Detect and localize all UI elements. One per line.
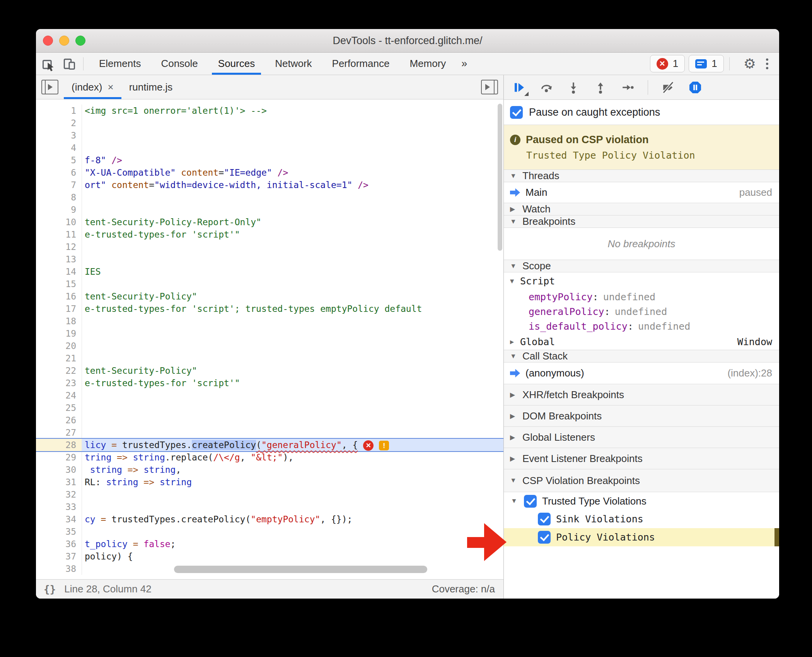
- more-options-icon[interactable]: [762, 57, 772, 71]
- line-number[interactable]: 12: [36, 241, 82, 253]
- line-number[interactable]: 37: [36, 550, 82, 563]
- step-out-button[interactable]: [593, 80, 608, 95]
- scope-script-row[interactable]: ▼ Script: [504, 272, 779, 289]
- line-number[interactable]: 31: [36, 476, 82, 488]
- deactivate-breakpoints-button[interactable]: [660, 80, 676, 95]
- section-event-listener-breakpoints[interactable]: ▶Event Listener Breakpoints: [504, 448, 779, 469]
- section-xhr-fetch-breakpoints[interactable]: ▶XHR/fetch Breakpoints: [504, 384, 779, 405]
- section-breakpoints[interactable]: ▼ Breakpoints: [504, 216, 779, 228]
- variable-colon: :: [593, 291, 599, 303]
- panel-tab-memory[interactable]: Memory: [399, 53, 456, 75]
- code-line: 14IES: [36, 265, 503, 278]
- line-number[interactable]: 24: [36, 389, 82, 402]
- policy-violations-row[interactable]: Policy Violations: [504, 528, 779, 546]
- line-number[interactable]: 3: [36, 129, 82, 142]
- code-line-text: cy = trustedTypes.createPolicy("emptyPol…: [82, 513, 503, 525]
- checkbox[interactable]: [538, 513, 551, 525]
- line-number[interactable]: 35: [36, 525, 82, 538]
- scope-variable-row[interactable]: is_default_policy:undefined: [504, 319, 779, 334]
- code-line-text: [82, 315, 503, 327]
- pretty-print-button[interactable]: {}: [44, 583, 56, 595]
- editor-status-bar: {} Line 28, Column 42 Coverage: n/a: [36, 579, 503, 599]
- close-tab-icon[interactable]: ×: [107, 81, 113, 93]
- sink-violations-row[interactable]: Sink Violations: [504, 510, 779, 528]
- line-number[interactable]: 7: [36, 179, 82, 191]
- settings-gear-icon[interactable]: ⚙: [744, 57, 756, 71]
- code-line: 11e-trusted-types-for 'script'": [36, 228, 503, 241]
- line-number[interactable]: 9: [36, 204, 82, 216]
- panel-tab-network[interactable]: Network: [265, 53, 322, 75]
- panel-tab-sources[interactable]: Sources: [208, 53, 265, 75]
- thread-row-main[interactable]: Main paused: [504, 182, 779, 203]
- section-dom-breakpoints[interactable]: ▶DOM Breakpoints: [504, 405, 779, 427]
- panel-tab-console[interactable]: Console: [151, 53, 208, 75]
- trusted-type-violations-checkbox[interactable]: [524, 495, 537, 508]
- line-number[interactable]: 2: [36, 117, 82, 129]
- scope-variable-row[interactable]: emptyPolicy:undefined: [504, 289, 779, 304]
- line-number[interactable]: 33: [36, 501, 82, 513]
- line-number[interactable]: 15: [36, 278, 82, 290]
- device-toolbar-icon[interactable]: [61, 55, 78, 72]
- trusted-type-violations-row[interactable]: ▼ Trusted Type Violations: [504, 492, 779, 510]
- inline-issue-icon[interactable]: !: [379, 441, 389, 450]
- line-number[interactable]: 27: [36, 426, 82, 439]
- line-number[interactable]: 34: [36, 513, 82, 525]
- line-number[interactable]: 19: [36, 327, 82, 340]
- editor-vertical-scrollbar[interactable]: [498, 104, 502, 251]
- panel-tab-elements[interactable]: Elements: [89, 53, 151, 75]
- line-number[interactable]: 6: [36, 166, 82, 179]
- file-tab-index[interactable]: (index)×: [64, 75, 121, 99]
- line-number[interactable]: 4: [36, 142, 82, 154]
- more-panels-chevron[interactable]: »: [456, 58, 473, 70]
- call-stack-frame[interactable]: (anonymous) (index):28: [504, 363, 779, 384]
- line-number[interactable]: 16: [36, 290, 82, 303]
- panel-tab-performance[interactable]: Performance: [322, 53, 400, 75]
- scope-variable-row[interactable]: generalPolicy:undefined: [504, 304, 779, 319]
- line-number[interactable]: 38: [36, 563, 82, 575]
- line-number[interactable]: 32: [36, 488, 82, 501]
- line-number[interactable]: 10: [36, 216, 82, 228]
- show-debugger-sidebar-icon[interactable]: [481, 80, 498, 94]
- line-number[interactable]: 13: [36, 253, 82, 265]
- issues-count-badge[interactable]: 1: [689, 55, 723, 72]
- line-number[interactable]: 8: [36, 191, 82, 204]
- pause-on-caught-row: Pause on caught exceptions: [504, 100, 779, 125]
- inline-error-icon[interactable]: ✕: [363, 440, 374, 451]
- line-number[interactable]: 20: [36, 340, 82, 352]
- scope-global-row[interactable]: ▶ Global Window: [504, 334, 779, 350]
- section-csp-violation-breakpoints[interactable]: ▼ CSP Violation Breakpoints: [504, 469, 779, 492]
- line-number[interactable]: 28: [36, 439, 82, 451]
- resume-script-button[interactable]: [512, 80, 527, 95]
- line-number[interactable]: 17: [36, 303, 82, 315]
- step-button[interactable]: [620, 80, 635, 95]
- line-number[interactable]: 11: [36, 228, 82, 241]
- step-over-button[interactable]: [539, 80, 554, 95]
- section-watch[interactable]: ▶ Watch: [504, 203, 779, 216]
- section-global-listeners[interactable]: ▶Global Listeners: [504, 427, 779, 448]
- line-number[interactable]: 26: [36, 414, 82, 426]
- line-number[interactable]: 25: [36, 402, 82, 414]
- section-threads[interactable]: ▼ Threads: [504, 170, 779, 182]
- line-number[interactable]: 36: [36, 538, 82, 550]
- error-count-badge[interactable]: ✕ 1: [650, 55, 685, 72]
- line-number[interactable]: 29: [36, 451, 82, 464]
- section-scope[interactable]: ▼ Scope: [504, 260, 779, 272]
- line-number[interactable]: 30: [36, 464, 82, 476]
- line-number[interactable]: 23: [36, 377, 82, 389]
- editor-horizontal-scrollbar[interactable]: [174, 566, 427, 573]
- checkbox[interactable]: [538, 531, 551, 544]
- line-number[interactable]: 1: [36, 104, 82, 117]
- pause-on-caught-checkbox[interactable]: [510, 106, 523, 119]
- line-number[interactable]: 18: [36, 315, 82, 327]
- show-navigator-icon[interactable]: [41, 80, 58, 94]
- line-number[interactable]: 21: [36, 352, 82, 364]
- section-call-stack[interactable]: ▼ Call Stack: [504, 350, 779, 363]
- line-number[interactable]: 22: [36, 364, 82, 377]
- code-editor[interactable]: 1<img src=1 onerror='alert(1)'> -->2345f…: [36, 99, 503, 579]
- pause-on-exceptions-button[interactable]: [687, 80, 703, 95]
- inspect-element-icon[interactable]: [40, 55, 57, 72]
- file-tab-runtime.js[interactable]: runtime.js: [121, 75, 181, 99]
- step-into-button[interactable]: [566, 80, 581, 95]
- line-number[interactable]: 14: [36, 265, 82, 278]
- line-number[interactable]: 5: [36, 154, 82, 166]
